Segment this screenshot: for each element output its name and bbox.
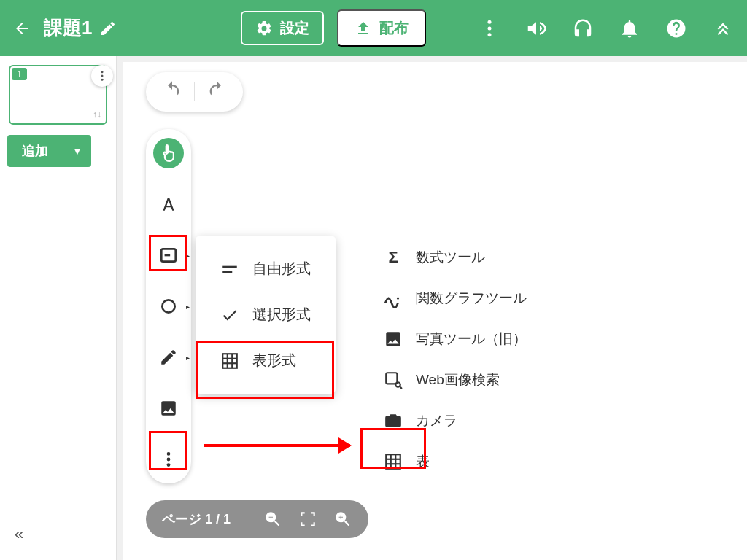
svg-point-20 xyxy=(397,297,399,299)
flyout-item-function[interactable]: 関数グラフツール xyxy=(365,278,546,319)
back-arrow-icon[interactable] xyxy=(13,20,31,37)
swap-icon: ↑↓ xyxy=(93,109,101,120)
flyout-item-table[interactable]: 表 xyxy=(365,441,546,482)
svg-point-19 xyxy=(387,297,390,299)
page-thumbs-sidebar: 1 ↑↓ 追加 ▼ xyxy=(0,56,117,560)
svg-point-5 xyxy=(101,79,104,81)
flyout-label: 写真ツール（旧） xyxy=(416,330,527,349)
svg-line-23 xyxy=(400,387,402,389)
flyout-item-websearch[interactable]: Web画像検索 xyxy=(365,359,546,400)
svg-rect-13 xyxy=(222,271,232,273)
svg-point-3 xyxy=(101,71,104,73)
svg-point-11 xyxy=(167,463,171,467)
page-control-bar: ページ 1 / 1 xyxy=(146,500,368,538)
table-icon xyxy=(384,452,403,471)
photo-icon xyxy=(384,330,403,349)
image-tool[interactable] xyxy=(153,393,184,424)
card-tool-flyout: 自由形式 選択形式 表形式 xyxy=(196,236,336,394)
flyout-item-camera[interactable]: カメラ xyxy=(365,400,546,441)
page-thumb-number: 1 xyxy=(12,68,27,80)
camera-icon xyxy=(384,411,403,430)
flyout-label: 数式ツール xyxy=(416,248,485,267)
chevron-up-double-icon[interactable] xyxy=(712,18,734,39)
add-page-button[interactable]: 追加 xyxy=(7,135,63,167)
distribute-button-label: 配布 xyxy=(379,18,409,38)
svg-point-2 xyxy=(488,33,492,36)
app-header: 課題1 設定 配布 xyxy=(0,0,747,56)
function-icon xyxy=(384,289,403,308)
assignment-title: 課題1 xyxy=(44,15,92,41)
freeform-icon xyxy=(220,260,239,279)
shape-tool[interactable]: ▸ xyxy=(153,291,184,322)
text-tool[interactable] xyxy=(153,189,184,219)
svg-point-22 xyxy=(395,382,400,387)
flyout-label: Web画像検索 xyxy=(416,370,500,389)
pointer-tool[interactable] xyxy=(153,138,184,168)
fullscreen-icon[interactable] xyxy=(298,510,317,529)
redo-icon[interactable] xyxy=(206,79,227,104)
svg-point-8 xyxy=(162,300,174,312)
flyout-label: 関数グラフツール xyxy=(416,289,527,308)
flyout-label: 表 xyxy=(416,452,430,471)
headphones-icon[interactable] xyxy=(572,18,594,39)
pencil-icon[interactable] xyxy=(99,20,117,37)
flyout-item-table-format[interactable]: 表形式 xyxy=(196,338,336,384)
sidebar-collapse-icon[interactable]: « xyxy=(15,525,23,544)
upload-icon xyxy=(355,20,372,37)
svg-rect-21 xyxy=(386,373,397,384)
table-edit-icon xyxy=(220,351,239,370)
settings-button-label: 設定 xyxy=(280,18,309,38)
help-icon[interactable] xyxy=(665,18,687,39)
card-tool[interactable]: ▸ xyxy=(153,240,184,271)
svg-rect-24 xyxy=(386,454,400,469)
zoom-in-icon[interactable] xyxy=(333,510,352,529)
distribute-button[interactable]: 配布 xyxy=(337,9,426,47)
check-icon xyxy=(220,306,239,324)
image-search-icon xyxy=(384,370,403,389)
svg-rect-14 xyxy=(222,354,237,368)
annotation-arrow xyxy=(204,444,350,447)
add-page-dropdown[interactable]: ▼ xyxy=(63,135,91,167)
tool-toolbar: ▸ ▸ ▸ xyxy=(146,129,191,483)
page-indicator: ページ 1 / 1 xyxy=(162,510,231,528)
more-tool[interactable] xyxy=(153,444,184,475)
megaphone-icon[interactable] xyxy=(525,18,547,39)
flyout-item-math[interactable]: Σ 数式ツール xyxy=(365,237,546,278)
more-tool-flyout: Σ 数式ツール 関数グラフツール 写真ツール（旧） Web画像検索 カメラ xyxy=(365,237,546,482)
flyout-label: 選択形式 xyxy=(252,305,311,324)
settings-button[interactable]: 設定 xyxy=(241,11,324,45)
svg-point-4 xyxy=(101,75,104,77)
gear-icon xyxy=(255,20,273,37)
flyout-item-photo[interactable]: 写真ツール（旧） xyxy=(365,319,546,359)
flyout-item-freeform[interactable]: 自由形式 xyxy=(196,246,336,292)
flyout-label: 自由形式 xyxy=(252,259,311,279)
svg-point-10 xyxy=(167,458,171,462)
svg-point-1 xyxy=(488,26,492,30)
flyout-item-select[interactable]: 選択形式 xyxy=(196,292,336,338)
svg-point-9 xyxy=(167,452,171,456)
canvas-area: ▸ ▸ ▸ 自由形式 選択形式 xyxy=(117,56,747,560)
flyout-label: 表形式 xyxy=(252,351,296,370)
undo-icon[interactable] xyxy=(162,79,182,104)
svg-rect-12 xyxy=(222,265,237,268)
flyout-label: カメラ xyxy=(416,411,457,430)
undo-redo-bar xyxy=(146,72,243,112)
pen-tool[interactable]: ▸ xyxy=(153,342,184,373)
more-vert-icon[interactable] xyxy=(479,18,500,39)
bell-icon[interactable] xyxy=(619,18,640,39)
sigma-icon: Σ xyxy=(384,248,403,267)
thumb-more-button[interactable] xyxy=(91,65,113,87)
zoom-out-icon[interactable] xyxy=(263,510,282,529)
svg-point-0 xyxy=(488,20,492,23)
